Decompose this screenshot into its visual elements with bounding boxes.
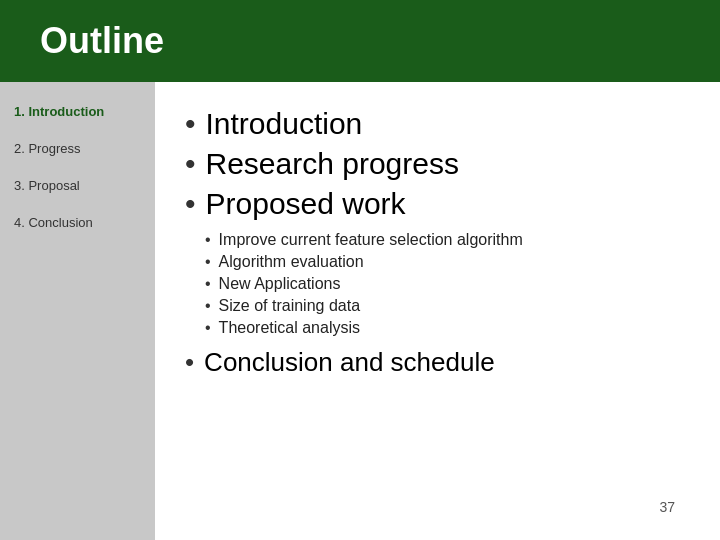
bullet-research-progress: Research progress bbox=[185, 147, 685, 181]
slide-header: Outline bbox=[0, 0, 720, 82]
sub-bullets: Improve current feature selection algori… bbox=[205, 231, 685, 337]
sidebar-item-progress[interactable]: 2. Progress bbox=[10, 139, 145, 158]
slide-title: Outline bbox=[40, 20, 164, 62]
content-area: 1. Introduction 2. Progress 3. Proposal … bbox=[0, 82, 720, 540]
bullet-introduction: Introduction bbox=[185, 107, 685, 141]
sidebar-item-conclusion[interactable]: 4. Conclusion bbox=[10, 213, 145, 232]
sidebar-item-introduction[interactable]: 1. Introduction bbox=[10, 102, 145, 121]
sidebar-item-proposal[interactable]: 3. Proposal bbox=[10, 176, 145, 195]
bullet-proposed-work: Proposed work bbox=[185, 187, 685, 221]
sub-bullet-1: Improve current feature selection algori… bbox=[205, 231, 685, 249]
main-content: Introduction Research progress Proposed … bbox=[155, 82, 720, 540]
conclusion-text: Conclusion and schedule bbox=[204, 347, 495, 378]
sub-bullet-3: New Applications bbox=[205, 275, 685, 293]
page-number: 37 bbox=[185, 499, 685, 520]
sub-bullet-4: Size of training data bbox=[205, 297, 685, 315]
sub-bullet-2: Algorithm evaluation bbox=[205, 253, 685, 271]
sidebar: 1. Introduction 2. Progress 3. Proposal … bbox=[0, 82, 155, 540]
conclusion-bullet: Conclusion and schedule bbox=[185, 347, 685, 378]
sub-bullet-5: Theoretical analysis bbox=[205, 319, 685, 337]
slide: Outline 1. Introduction 2. Progress 3. P… bbox=[0, 0, 720, 540]
top-bullets: Introduction Research progress Proposed … bbox=[185, 107, 685, 221]
